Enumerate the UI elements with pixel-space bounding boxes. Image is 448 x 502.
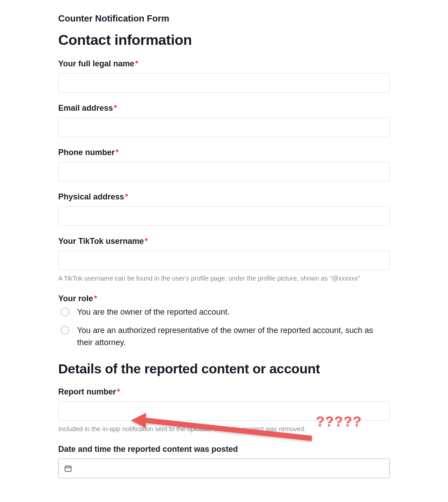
required-asterisk: * — [135, 59, 138, 68]
role-option-representative[interactable]: You are an authorized representative of … — [58, 325, 390, 349]
input-report-number[interactable] — [58, 401, 390, 421]
label-full-name: Your full legal name* — [58, 59, 390, 69]
input-full-name[interactable] — [58, 73, 390, 93]
role-radio-group: You are the owner of the reported accoun… — [58, 306, 390, 349]
field-address: Physical address* — [58, 192, 390, 226]
required-asterisk: * — [94, 294, 97, 303]
label-username-text: Your TikTok username — [58, 237, 144, 246]
helper-username: A TikTok username can be found in the us… — [58, 274, 390, 283]
field-role: Your role* You are the owner of the repo… — [58, 294, 390, 349]
helper-report-number: Included in the in-app notification sent… — [58, 424, 390, 434]
role-option-owner-text: You are the owner of the reported accoun… — [77, 306, 230, 318]
label-full-name-text: Your full legal name — [58, 59, 134, 68]
svg-rect-0 — [65, 466, 71, 472]
label-address-text: Physical address — [58, 192, 124, 201]
required-asterisk: * — [125, 192, 128, 201]
calendar-icon — [64, 464, 72, 472]
label-datetime: Date and time the reported content was p… — [58, 445, 390, 454]
input-email[interactable] — [58, 117, 390, 137]
label-report-number: Report number* — [58, 387, 390, 397]
required-asterisk: * — [145, 237, 148, 246]
required-asterisk: * — [117, 387, 120, 396]
label-phone: Phone number* — [58, 148, 390, 157]
section-details-heading: Details of the reported content or accou… — [58, 361, 390, 376]
label-username: Your TikTok username* — [58, 237, 390, 246]
role-option-representative-text: You are an authorized representative of … — [77, 325, 390, 349]
label-email: Email address* — [58, 104, 390, 113]
field-username: Your TikTok username* A TikTok username … — [58, 237, 390, 283]
role-option-owner[interactable]: You are the owner of the reported accoun… — [58, 306, 390, 318]
field-phone: Phone number* — [58, 148, 390, 182]
radio-owner[interactable] — [60, 307, 69, 316]
radio-representative[interactable] — [60, 326, 69, 335]
label-address: Physical address* — [58, 192, 390, 202]
required-asterisk: * — [114, 104, 117, 113]
field-report-number: Report number* Included in the in-app no… — [58, 387, 390, 434]
label-role-text: Your role — [58, 294, 93, 303]
input-address[interactable] — [58, 206, 390, 226]
form-title: Counter Notification Form — [58, 13, 390, 24]
field-full-name: Your full legal name* — [58, 59, 390, 93]
field-datetime: Date and time the reported content was p… — [58, 445, 390, 478]
required-asterisk: * — [116, 148, 119, 157]
section-contact-heading: Contact information — [58, 32, 390, 48]
label-email-text: Email address — [58, 104, 113, 113]
field-email: Email address* — [58, 104, 390, 137]
label-phone-text: Phone number — [58, 148, 115, 157]
label-datetime-text: Date and time the reported content was p… — [58, 445, 238, 454]
input-username[interactable] — [58, 251, 390, 270]
form-page: Counter Notification Form Contact inform… — [0, 0, 448, 502]
label-report-number-text: Report number — [58, 387, 116, 396]
input-phone[interactable] — [58, 162, 390, 182]
input-datetime[interactable] — [58, 459, 390, 478]
label-role: Your role* — [58, 294, 390, 303]
